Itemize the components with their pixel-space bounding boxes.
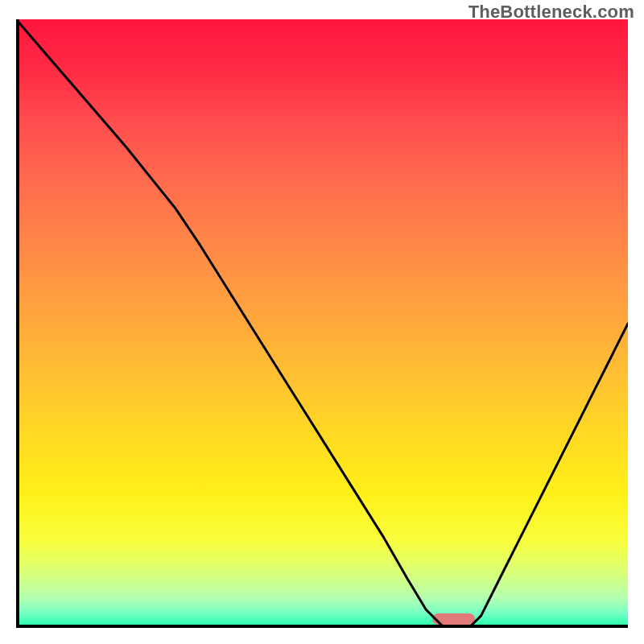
bottleneck-curve-svg xyxy=(16,19,628,628)
watermark-text: TheBottleneck.com xyxy=(469,2,634,23)
plot-area xyxy=(16,19,628,628)
chart-container: TheBottleneck.com xyxy=(0,0,644,644)
bottleneck-curve-path xyxy=(16,19,628,628)
